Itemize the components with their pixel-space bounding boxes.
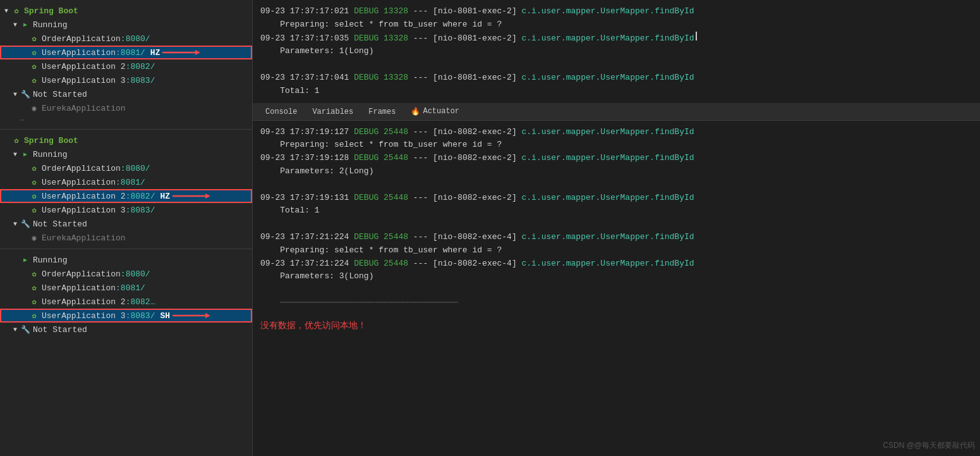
spring-boot-root-2[interactable]: Spring Boot (0, 133, 252, 147)
tab-variables[interactable]: Variables (305, 105, 361, 120)
app-label: UserApplication 3 (42, 76, 126, 85)
app-icon (29, 283, 39, 293)
user-app-2c-8082[interactable]: UserApplication 2 :8082… (0, 295, 252, 309)
tree-section-1: Spring Boot ▶ Running OrderApplication :… (0, 3, 252, 126)
log-line: Total: 1 (260, 85, 972, 98)
running-label-2: Running (33, 150, 68, 159)
not-started-1[interactable]: 🔧 Not Started (0, 87, 252, 101)
tab-console[interactable]: Console (258, 105, 305, 120)
eureka-app-1[interactable]: ◉ EurekaApplication (0, 101, 252, 115)
wrench-icon-3: 🔧 (20, 324, 30, 335)
not-started-label-2: Not Started (33, 219, 87, 229)
eureka-label-1: EurekaApplication (42, 104, 126, 113)
log-line: 09-23 17:37:19:127 DEBUG 25448 --- [nio-… (260, 126, 972, 139)
scroll-hint: ⋯ (0, 115, 252, 125)
user-app-2b-8082[interactable]: UserApplication 2 :8082/ HZ (0, 189, 252, 203)
order-app-1[interactable]: OrderApplication :8080/ (0, 32, 252, 46)
app-icon (29, 205, 39, 215)
log-line: 09-23 17:37:19:131 DEBUG 25448 --- [nio-… (260, 192, 972, 205)
user-app-2-8082-top[interactable]: UserApplication 2 :8082/ (0, 59, 252, 73)
tree-section-3: ▶ Running OrderApplication :8080/ UserAp… (0, 252, 252, 338)
order-app-2[interactable]: OrderApplication :8080/ (0, 161, 252, 175)
port-label: :8080/ (121, 269, 150, 279)
chevron-down-icon (3, 7, 10, 15)
eureka-icon-2: ◉ (29, 233, 39, 243)
user-app-3c-8083[interactable]: UserApplication 3 :8083/ SH (0, 309, 252, 323)
spring-icon (11, 6, 21, 16)
user-app-1-8081[interactable]: UserApplication :8081/ HZ (0, 46, 252, 59)
log-line (260, 58, 972, 71)
port-label: :8081/ (116, 48, 145, 58)
cursor (696, 32, 697, 40)
app-icon (29, 47, 39, 58)
tab-actuator[interactable]: 🔥 Actuator (403, 104, 467, 120)
svg-marker-1 (195, 50, 200, 55)
log-line (260, 178, 972, 192)
tree-section-2: Spring Boot ▶ Running OrderApplication :… (0, 132, 252, 246)
run-icon: ▶ (20, 20, 30, 30)
app-label: UserApplication 2 (42, 192, 126, 201)
app-icon (29, 191, 39, 201)
app-label: UserApplication 2 (42, 297, 126, 307)
right-panel: 09-23 17:37:17:021 DEBUG 13328 --- [nio-… (253, 0, 980, 456)
app-label: OrderApplication (42, 164, 121, 173)
log-line (260, 283, 972, 297)
port-label: :8081/ (116, 178, 145, 187)
svg-marker-3 (205, 194, 210, 199)
app-icon (29, 177, 39, 187)
hz-annotation-1: HZ (150, 48, 160, 58)
tab-frames[interactable]: Frames (361, 105, 403, 120)
app-label: UserApplication (42, 178, 116, 187)
chevron-down-icon (11, 90, 19, 98)
chevron-down-icon (11, 326, 19, 333)
wrench-icon: 🔧 (20, 89, 30, 99)
divider-1 (0, 129, 252, 130)
running-label-1: Running (33, 20, 68, 30)
app-icon (29, 61, 39, 71)
eureka-app-2[interactable]: ◉ EurekaApplication (0, 231, 252, 245)
running-group-3[interactable]: ▶ Running (0, 253, 252, 267)
log-section-1: 09-23 17:37:17:021 DEBUG 13328 --- [nio-… (253, 0, 980, 103)
app-icon (29, 269, 39, 279)
sh-arrow (172, 311, 210, 320)
app-icon (29, 311, 39, 321)
user-app-1b-8081[interactable]: UserApplication :8081/ (0, 175, 252, 189)
log-line: 09-23 17:37:21:224 DEBUG 25448 --- [nio-… (260, 231, 972, 244)
order-app-3[interactable]: OrderApplication :8080/ (0, 267, 252, 281)
app-label: UserApplication 3 (42, 311, 126, 321)
log-line: 09-23 17:37:17:035 DEBUG 13328 --- [nio-… (260, 32, 972, 46)
log-line: Parameters: 1(Long) (260, 45, 972, 58)
log-line: Preparing: select * from tb_user where i… (260, 18, 972, 32)
user-app-1c-8081[interactable]: UserApplication :8081/ (0, 281, 252, 295)
spring-boot-label: Spring Boot (24, 6, 78, 16)
hz-arrow-2 (172, 192, 210, 200)
spring-boot-root-1[interactable]: Spring Boot (0, 4, 252, 18)
port-label: :8083/ (126, 206, 155, 215)
not-started-3[interactable]: 🔧 Not Started (0, 323, 252, 336)
chevron-down-icon (11, 21, 19, 28)
port-label: :8080/ (121, 34, 150, 44)
app-icon (29, 34, 39, 44)
left-panel: Spring Boot ▶ Running OrderApplication :… (0, 0, 253, 456)
app-label: UserApplication (42, 283, 116, 293)
not-started-2[interactable]: 🔧 Not Started (0, 217, 252, 231)
running-group-2[interactable]: ▶ Running (0, 147, 252, 161)
not-started-label-1: Not Started (33, 90, 87, 99)
running-group-1[interactable]: ▶ Running (0, 18, 252, 32)
svg-marker-5 (205, 313, 210, 318)
port-label: :8083/ (126, 311, 155, 321)
eureka-icon: ◉ (29, 103, 39, 113)
port-label: :8081/ (116, 283, 145, 293)
run-icon-3: ▶ (20, 255, 30, 265)
app-icon (29, 75, 39, 85)
app-label: UserApplication 2 (42, 62, 126, 71)
port-label: :8080/ (121, 164, 150, 173)
chevron-down-icon (11, 151, 19, 158)
log-line: Parameters: 3(Long) (260, 270, 972, 283)
actuator-icon: 🔥 (411, 107, 420, 116)
log-line: Parameters: 2(Long) (260, 165, 972, 178)
not-started-label-3: Not Started (33, 325, 87, 335)
user-app-3-8083-top[interactable]: UserApplication 3 :8083/ (0, 73, 252, 87)
watermark: CSDN @@每天都要敲代码 (883, 440, 975, 451)
user-app-3b-8083[interactable]: UserApplication 3 :8083/ (0, 203, 252, 217)
